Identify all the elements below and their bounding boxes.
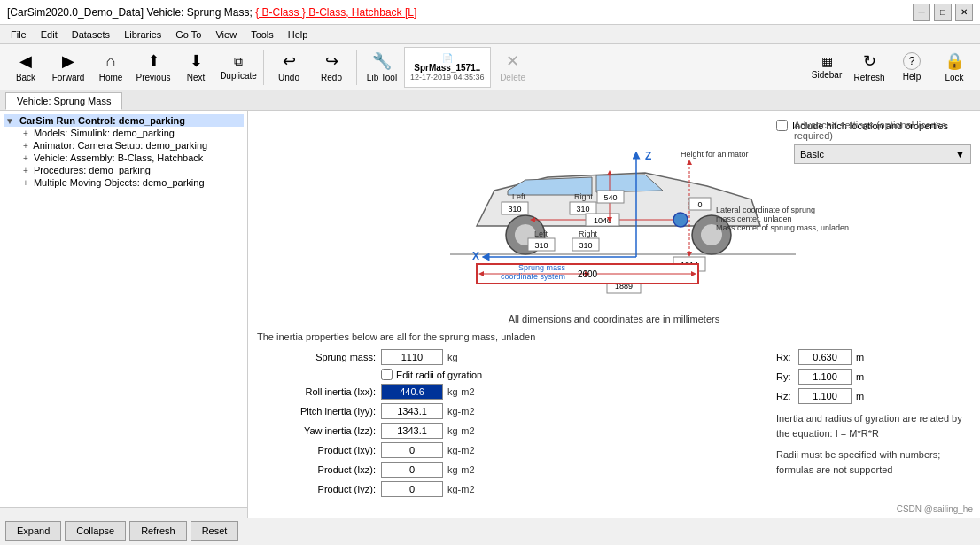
rz-input[interactable] — [798, 388, 852, 404]
redo-button[interactable]: ↪ Redo — [311, 47, 352, 88]
yaw-inertia-unit: kg-m2 — [443, 425, 475, 436]
lock-icon: 🔒 — [945, 51, 964, 71]
help-label: Help — [903, 72, 922, 82]
menu-edit[interactable]: Edit — [34, 27, 65, 42]
tree-expand-icon: + — [23, 153, 28, 163]
undo-button[interactable]: ↩ Undo — [268, 47, 309, 88]
menu-help[interactable]: Help — [281, 27, 315, 42]
sidebar-button[interactable]: ▦ Sidebar — [806, 47, 847, 88]
edit-radii-checkbox[interactable] — [381, 369, 393, 380]
back-label: Back — [16, 73, 35, 82]
main-layout: ▼ CarSim Run Control: demo_parking + Mod… — [0, 111, 980, 518]
forward-button[interactable]: ▶ Forward — [48, 47, 89, 88]
help-button[interactable]: ? Help — [891, 47, 932, 88]
collapse-button[interactable]: Collapse — [65, 521, 126, 541]
right-panel: Include hitch location and properties — [248, 111, 980, 518]
svg-text:540: 540 — [603, 193, 617, 202]
product-iyz-unit: kg-m2 — [443, 484, 475, 494]
expand-button[interactable]: Expand — [5, 521, 61, 541]
inertia-title: The inertia properties below are all for… — [257, 331, 971, 342]
delete-button[interactable]: ✕ Delete — [493, 47, 533, 88]
rx-input[interactable] — [798, 349, 852, 365]
title-bar: [CarSim2020.0_Demo_Data] Vehicle: Sprung… — [0, 0, 980, 25]
svg-text:X: X — [472, 250, 479, 262]
title-highlight: { B-Class } B-Class, Hatchback [L] — [255, 6, 416, 19]
menu-tools[interactable]: Tools — [244, 27, 281, 42]
product-ixz-input[interactable] — [381, 462, 443, 478]
rz-unit: m — [852, 391, 864, 401]
yaw-inertia-input[interactable] — [381, 423, 443, 439]
back-button[interactable]: ◀ Back — [5, 47, 46, 88]
product-iyz-label: Product (Iyz): — [257, 484, 381, 494]
menu-view[interactable]: View — [208, 27, 244, 42]
tab-bar: Vehicle: Sprung Mass — [0, 90, 980, 111]
parsfile-date: 12-17-2019 04:35:36 — [410, 73, 485, 82]
tree-root[interactable]: ▼ CarSim Run Control: demo_parking — [4, 114, 244, 127]
tree-item-procedures[interactable]: + Procedures: demo_parking — [21, 164, 244, 176]
parsfile-info[interactable]: 📄 SprMass_1571.. 12-17-2019 04:35:36 — [404, 47, 491, 88]
toolbar-separator-2 — [356, 50, 357, 85]
rx-unit: m — [852, 352, 864, 362]
product-ixy-unit: kg-m2 — [443, 445, 475, 455]
help-icon: ? — [903, 52, 921, 70]
tree-item-multiple-objects[interactable]: + Multiple Moving Objects: demo_parking — [21, 176, 244, 189]
next-button[interactable]: ⬇ Next — [175, 47, 216, 88]
sprung-mass-input[interactable] — [381, 349, 443, 365]
svg-text:Right: Right — [574, 192, 594, 201]
home-label: Home — [99, 73, 123, 82]
roll-inertia-label: Roll inertia (Ixx): — [257, 386, 381, 397]
svg-text:310: 310 — [508, 205, 521, 214]
menu-goto[interactable]: Go To — [168, 27, 208, 42]
menu-datasets[interactable]: Datasets — [65, 27, 117, 42]
tree-item-label: Animator: Camera Setup: demo_parking — [33, 140, 207, 151]
maximize-button[interactable]: □ — [934, 4, 952, 21]
rz-label: Rz: — [776, 391, 798, 401]
close-button[interactable]: ✕ — [955, 4, 973, 21]
pitch-inertia-label: Pitch inertia (Iyy): — [257, 406, 381, 417]
vehicle-diagram: Z X Height for animator 1314 Width for a… — [370, 120, 858, 310]
undo-label: Undo — [278, 73, 299, 82]
tree-expand-icon: + — [23, 141, 28, 151]
lib-tool-button[interactable]: 🔧 Lib Tool — [362, 47, 402, 88]
delete-icon: ✕ — [506, 51, 519, 71]
watermark: CSDN @sailing_he — [897, 504, 973, 514]
redo-icon: ↪ — [325, 51, 338, 71]
tree-item-vehicle[interactable]: + Vehicle: Assembly: B-Class, Hatchback — [21, 152, 244, 164]
home-button[interactable]: ⌂ Home — [90, 47, 131, 88]
toolbar: ◀ Back ▶ Forward ⌂ Home ⬆ Previous ⬇ Nex… — [0, 44, 980, 90]
rx-label: Rx: — [776, 352, 798, 362]
tree-item-models[interactable]: + Models: Simulink: demo_parking — [21, 127, 244, 139]
product-iyz-row: Product (Iyz): kg-m2 — [257, 481, 750, 497]
tab-vehicle-sprung-mass[interactable]: Vehicle: Sprung Mass — [5, 92, 122, 110]
adv-dropdown[interactable]: Basic ▼ — [794, 144, 971, 164]
footer: Expand Collapse Refresh Reset — [0, 518, 980, 542]
roll-inertia-input[interactable] — [381, 384, 443, 400]
tree-expand-icon: ▼ — [5, 116, 14, 126]
menu-libraries[interactable]: Libraries — [117, 27, 168, 42]
minimize-button[interactable]: ─ — [913, 4, 930, 21]
footer-refresh-button[interactable]: Refresh — [129, 521, 187, 541]
warning-note: Radii must be specified with numbers; fo… — [776, 448, 971, 477]
ry-unit: m — [852, 371, 864, 382]
svg-text:Left: Left — [512, 192, 526, 201]
product-ixz-unit: kg-m2 — [443, 464, 475, 475]
pitch-inertia-input[interactable] — [381, 403, 443, 419]
previous-button[interactable]: ⬆ Previous — [133, 47, 174, 88]
duplicate-button[interactable]: ⧉ Duplicate — [218, 47, 259, 88]
svg-text:coordinate system: coordinate system — [501, 272, 565, 281]
tree-item-animator[interactable]: + Animator: Camera Setup: demo_parking — [21, 139, 244, 152]
svg-text:Height for animator: Height for animator — [681, 150, 749, 159]
left-panel-scrollbar[interactable] — [0, 507, 247, 518]
product-ixy-input[interactable] — [381, 442, 443, 458]
product-ixy-row: Product (Ixy): kg-m2 — [257, 442, 750, 458]
refresh-button[interactable]: ↻ Refresh — [849, 47, 890, 88]
duplicate-label: Duplicate — [220, 71, 257, 81]
product-iyz-input[interactable] — [381, 481, 443, 497]
menu-file[interactable]: File — [4, 27, 34, 42]
ry-input[interactable] — [798, 369, 852, 385]
reset-button[interactable]: Reset — [191, 521, 239, 541]
delete-label: Delete — [500, 73, 525, 82]
adv-dropdown-arrow: ▼ — [955, 149, 965, 160]
lock-button[interactable]: 🔒 Lock — [934, 47, 975, 88]
redo-label: Redo — [321, 73, 342, 82]
